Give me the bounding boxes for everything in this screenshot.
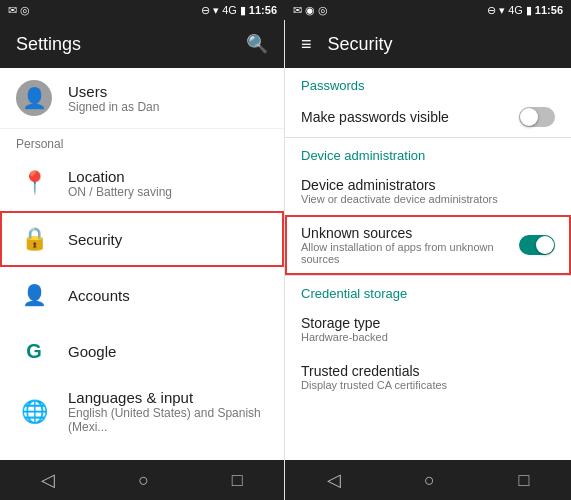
google-icon: G [16, 333, 52, 369]
settings-title: Settings [16, 34, 81, 55]
user-sub: Signed in as Dan [68, 100, 159, 114]
languages-text: Languages & input English (United States… [68, 389, 268, 434]
msg2-status-icon: ✉ [293, 4, 302, 17]
settings-list: 👤 Users Signed in as Dan Personal 📍 Loca… [0, 68, 284, 460]
device-admin-sub: View or deactivate device administrators [301, 193, 498, 205]
signal-status-label: 4G [222, 4, 237, 16]
motorola-icon: ⊞ [16, 454, 52, 460]
globe-icon: 🌐 [16, 394, 52, 430]
settings-toolbar: Settings 🔍 [0, 20, 284, 68]
languages-sub: English (United States) and Spanish (Mex… [68, 406, 268, 434]
user-info: Users Signed in as Dan [68, 83, 159, 114]
device-administrators-item[interactable]: Device administrators View or deactivate… [285, 167, 571, 215]
google-text: Google [68, 343, 116, 360]
user-name: Users [68, 83, 159, 100]
avatar: 👤 [16, 80, 52, 116]
make-passwords-text: Make passwords visible [301, 109, 449, 125]
camera-status-icon: ◉ [305, 4, 315, 17]
unknown-sources-sub: Allow installation of apps from unknown … [301, 241, 519, 265]
credential-storage-header: Credential storage [285, 276, 571, 305]
security-panel: ≡ Security Passwords Make passwords visi… [285, 20, 571, 500]
device-admin-text: Device administrators View or deactivate… [301, 177, 498, 205]
storage-type-sub: Hardware-backed [301, 331, 388, 343]
device-admin-section-header: Device administration [285, 138, 571, 167]
security-toolbar: ≡ Security [285, 20, 571, 68]
unknown-sources-text: Unknown sources Allow installation of ap… [301, 225, 519, 265]
sidebar-item-accounts[interactable]: 👤 Accounts [0, 267, 284, 323]
right-status-bar: ✉ ◉ ◎ ⊖ ▾ 4G ▮ 11:56 [285, 0, 571, 20]
unknown-sources-title: Unknown sources [301, 225, 519, 241]
sidebar-item-security[interactable]: 🔒 Security [0, 211, 284, 267]
right-recents-button[interactable]: □ [502, 462, 545, 499]
sidebar-item-location[interactable]: 📍 Location ON / Battery saving [0, 155, 284, 211]
back-button[interactable]: ◁ [25, 461, 71, 499]
wifi2-status-icon: ▾ [499, 4, 505, 17]
menu-icon[interactable]: ≡ [301, 34, 312, 55]
user-item[interactable]: 👤 Users Signed in as Dan [0, 68, 284, 129]
trusted-credentials-text: Trusted credentials Display trusted CA c… [301, 363, 447, 391]
search-icon[interactable]: 🔍 [246, 33, 268, 55]
wifi-status-icon: ▾ [213, 4, 219, 17]
security-title: Security [68, 231, 122, 248]
storage-type-text: Storage type Hardware-backed [301, 315, 388, 343]
make-passwords-title: Make passwords visible [301, 109, 449, 125]
trusted-credentials-item[interactable]: Trusted credentials Display trusted CA c… [285, 353, 571, 401]
location-sub: ON / Battery saving [68, 185, 172, 199]
right-home-button[interactable]: ○ [408, 462, 451, 499]
location-title: Location [68, 168, 172, 185]
recents-button[interactable]: □ [216, 462, 259, 499]
signal2-status-label: 4G [508, 4, 523, 16]
battery-status-icon: ▮ [240, 4, 246, 17]
lock-icon: 🔒 [16, 221, 52, 257]
battery2-status-icon: ▮ [526, 4, 532, 17]
location-status-icon: ◎ [20, 4, 30, 17]
sidebar-item-google[interactable]: G Google [0, 323, 284, 379]
google-title: Google [68, 343, 116, 360]
right-bottom-nav: ◁ ○ □ [285, 460, 571, 500]
msg-status-icon: ✉ [8, 4, 17, 17]
location-icon: 📍 [16, 165, 52, 201]
make-passwords-toggle[interactable] [519, 107, 555, 127]
left-status-bar: ✉ ◎ ⊖ ▾ 4G ▮ 11:56 [0, 0, 285, 20]
languages-title: Languages & input [68, 389, 268, 406]
sidebar-item-motorola[interactable]: ⊞ Motorola Privacy [0, 444, 284, 460]
status-time-right: 11:56 [535, 4, 563, 16]
home-button[interactable]: ○ [122, 462, 165, 499]
location-text: Location ON / Battery saving [68, 168, 172, 199]
trusted-credentials-title: Trusted credentials [301, 363, 447, 379]
accounts-icon: 👤 [16, 277, 52, 313]
storage-type-item[interactable]: Storage type Hardware-backed [285, 305, 571, 353]
settings-panel: Settings 🔍 👤 Users Signed in as Dan Pers… [0, 20, 285, 500]
unknown-sources-toggle[interactable] [519, 235, 555, 255]
trusted-credentials-sub: Display trusted CA certificates [301, 379, 447, 391]
storage-type-title: Storage type [301, 315, 388, 331]
sidebar-item-languages[interactable]: 🌐 Languages & input English (United Stat… [0, 379, 284, 444]
section-personal-header: Personal [0, 129, 284, 155]
accounts-text: Accounts [68, 287, 130, 304]
device-admin-title: Device administrators [301, 177, 498, 193]
minus-status-icon: ⊖ [201, 4, 210, 17]
security-text: Security [68, 231, 122, 248]
accounts-title: Accounts [68, 287, 130, 304]
security-content: Passwords Make passwords visible Device … [285, 68, 571, 460]
minus2-status-icon: ⊖ [487, 4, 496, 17]
unknown-sources-item[interactable]: Unknown sources Allow installation of ap… [285, 215, 571, 275]
unknown-sources-knob [536, 236, 554, 254]
status-time-left: 11:56 [249, 4, 277, 16]
security-toolbar-title: Security [328, 34, 393, 55]
right-back-button[interactable]: ◁ [311, 461, 357, 499]
make-passwords-knob [520, 108, 538, 126]
left-bottom-nav: ◁ ○ □ [0, 460, 284, 500]
passwords-section-header: Passwords [285, 68, 571, 97]
location2-status-icon: ◎ [318, 4, 328, 17]
make-passwords-visible-item[interactable]: Make passwords visible [285, 97, 571, 137]
